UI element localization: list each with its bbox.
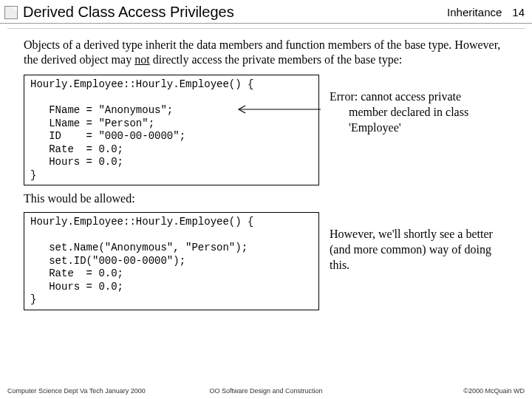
intro-paragraph: Objects of a derived type inherit the da…	[24, 38, 508, 67]
allowed-note: However, we'll shortly see a better (and…	[330, 212, 499, 273]
arrow-icon	[232, 109, 321, 109]
breadcrumb: Inheritance	[447, 6, 502, 18]
transition-text: This would be allowed:	[24, 191, 508, 206]
slide-number: 14	[512, 6, 525, 18]
page-title: Derived Class Access Privileges	[23, 4, 234, 21]
code-block-error: Hourly.Employee::Hourly.Employee() { FNa…	[24, 75, 319, 185]
error-line-2: member declared in class	[330, 105, 499, 120]
code-block-allowed: Hourly.Employee::Hourly.Employee() { set…	[24, 212, 319, 310]
slide-footer: Computer Science Dept Va Tech January 20…	[7, 387, 525, 395]
intro-not-underlined: not	[134, 53, 149, 66]
code-row-2: Hourly.Employee::Hourly.Employee() { set…	[24, 212, 508, 310]
intro-text-2: directly access the private members of t…	[150, 53, 403, 66]
error-line-1: Error: cannot access private	[330, 90, 461, 103]
code-row-1: Hourly.Employee::Hourly.Employee() { FNa…	[24, 75, 508, 185]
footer-center: OO Software Design and Construction	[7, 387, 525, 395]
slide-header: Derived Class Access Privileges Inherita…	[0, 0, 532, 24]
slide-content: Objects of a derived type inherit the da…	[7, 28, 525, 319]
page-icon	[4, 6, 18, 19]
error-note: Error: cannot access private member decl…	[330, 75, 499, 135]
error-line-3: 'Employee'	[330, 120, 499, 136]
